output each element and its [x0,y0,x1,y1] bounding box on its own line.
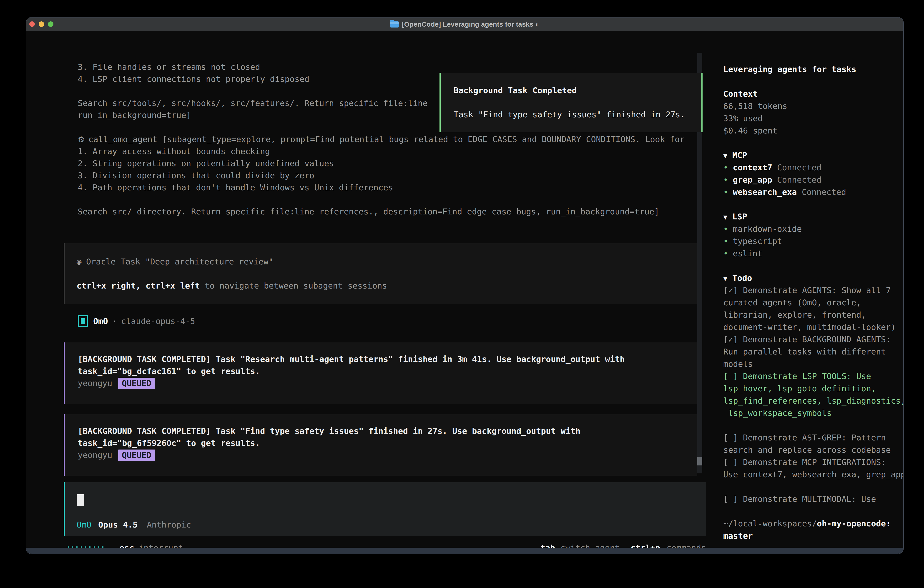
close-button[interactable] [29,21,35,27]
sidebar-line: [✓] Demonstrate AGENTS: Show all 7 [723,284,904,297]
task-meta-row: yeongyu QUEUED [78,377,697,389]
sidebar-line: 66,518 tokens [723,100,904,112]
terminal-line-text: 1. Array access without bounds checking [78,147,270,156]
terminal-line: 3. Division operations that could divide… [78,169,691,182]
sidebar-text: [ ] Demonstrate MCP INTEGRATIONS: [723,458,886,467]
section-label: LSP [733,212,747,221]
text-cursor [77,494,84,506]
sidebar-line: lsp_hover, lsp_goto_definition, [723,382,904,395]
app-window: [OpenCode] Leveraging agents for tasks ◐… [26,17,904,554]
terminal-line: 4. Path operations that don't handle Win… [78,182,691,193]
sidebar-line: master [723,530,904,542]
notification-toast[interactable]: Background Task Completed Task "Find typ… [439,73,703,132]
sidebar-line: Context [723,88,904,100]
sidebar-line [723,481,904,493]
task-message-line2: task_id="bg_dcfac161" to get results. [78,365,697,377]
sidebar-line: librarian, explore, frontend, [723,309,904,321]
main-scrollbar-thumb[interactable] [697,457,702,466]
task-author: yeongyu [78,377,112,389]
zoom-button[interactable] [48,21,53,27]
todo-active-text: lsp_find_references, lsp_diagnostics, [723,396,904,405]
sidebar-text: [ ] Demonstrate AST-GREP: Pattern [723,433,886,442]
minimize-button[interactable] [39,21,44,27]
sidebar-text: [✓] Demonstrate BACKGROUND AGENTS: [723,335,891,344]
background-task-card-1: [BACKGROUND TASK COMPLETED] Task "Resear… [64,342,697,404]
sidebar-text: [✓] Demonstrate AGENTS: Show all 7 [723,286,891,295]
sidebar-line: •websearch_exa Connected [723,186,904,198]
window-title: [OpenCode] Leveraging agents for tasks ◐ [402,18,540,31]
terminal-line-text: Search src/ directory. Return specific f… [78,207,659,216]
prompt-input[interactable]: OmO Opus 4.5 Anthropic [64,482,706,537]
model-provider: Anthropic [147,519,191,531]
status-dot-icon: • [723,248,733,260]
sidebar-text: librarian, explore, frontend, [723,310,866,319]
lsp-name: eslint [733,249,762,258]
sidebar-line [723,76,904,88]
oracle-gap [77,268,697,280]
chevron-down-icon: ▼ [723,152,727,160]
status-badge: QUEUED [118,449,155,461]
sidebar-text: $0.46 spent [723,126,777,135]
desktop: [OpenCode] Leveraging agents for tasks ◐… [0,0,924,588]
terminal-line [78,193,691,206]
agent-header: OmO · claude-opus-4-5 [78,314,195,328]
sidebar-text: 66,518 tokens [723,101,787,111]
oracle-shortcut-line: ctrl+x right, ctrl+x left to navigate be… [77,280,697,292]
sidebar-line: [ ] Demonstrate MULTIMODAL: Use [723,493,904,505]
window-title-wrap: [OpenCode] Leveraging agents for tasks ◐ [390,18,540,31]
terminal-line-text: 3. File handles or streams not closed [78,62,260,72]
terminal-line: 1. Array access without bounds checking [78,145,691,157]
sidebar-title: Context [723,89,758,99]
sidebar-line: curated agents (OmO, oracle, [723,297,904,309]
mcp-name: websearch_exa [733,187,797,197]
model-agent: OmO [77,519,91,531]
terminal-line-text: 4. Path operations that don't handle Win… [78,183,393,192]
sidebar-text: Use context7, websearch_exa, grep_app [723,470,904,479]
terminal-line-text: Search src/tools/, src/hooks/, src/featu… [78,99,428,108]
section-label: Todo [733,273,752,282]
mcp-name: grep_app [733,175,772,184]
sidebar-line: models [723,358,904,370]
task-meta-row: yeongyu QUEUED [78,449,697,461]
notification-body: Task "Find type safety issues" finished … [454,109,701,121]
terminal-line: 2. String operations on potentially unde… [78,157,691,169]
mcp-name: context7 [733,163,772,172]
workspace-name: oh-my-opencode: [817,519,891,528]
window-bottom-bar [26,548,903,554]
background-task-card-2: [BACKGROUND TASK COMPLETED] Task "Find t… [64,414,697,476]
terminal-line: Search src/ directory. Return specific f… [78,206,691,218]
status-dot-icon: • [723,235,733,248]
gear-icon: ⚙ [78,135,84,144]
sidebar-line: $0.46 spent [723,125,904,137]
task-author: yeongyu [78,449,112,461]
traffic-lights [29,21,53,27]
sidebar-line: lsp_find_references, lsp_diagnostics, [723,395,904,407]
sidebar-line: •eslint [723,248,904,260]
task-message-line1: [BACKGROUND TASK COMPLETED] Task "Resear… [78,353,697,365]
sidebar-line: [ ] Demonstrate LSP TOOLS: Use [723,370,904,382]
notification-gap [454,96,701,109]
omo-agent-icon [78,315,88,327]
lsp-name: typescript [733,236,782,246]
sidebar-line: ~/local-workspaces/oh-my-opencode: [723,517,904,530]
sidebar-line: [ ] Demonstrate AST-GREP: Pattern [723,431,904,444]
sidebar-line: lsp_workspace_symbols [723,407,904,419]
chevron-down-icon: ▼ [723,213,727,221]
mcp-status: Connected [797,187,846,197]
model-selector-row[interactable]: OmO Opus 4.5 Anthropic [77,519,191,531]
shortcut-hint: to navigate between subagent sessions [200,281,387,291]
sidebar-line [723,198,904,211]
oracle-task-panel: ◉Oracle Task "Deep architecture review" … [64,243,697,304]
todo-active-text: [ ] Demonstrate LSP TOOLS: Use [723,372,871,381]
sidebar-section-header[interactable]: ▼LSP [723,211,904,223]
record-icon: ◉ [77,257,82,266]
sidebar-section-header[interactable]: ▼Todo [723,272,904,284]
titlebar[interactable]: [OpenCode] Leveraging agents for tasks ◐ [26,18,903,31]
status-dot-icon: • [723,223,733,235]
sidebar-line [723,505,904,517]
terminal-line: 3. File handles or streams not closed [78,61,691,73]
status-badge: QUEUED [118,378,155,389]
workspace-path-prefix: ~/local-workspaces/ [723,519,817,528]
sidebar-text: Run parallel tasks with different [723,347,886,356]
sidebar-section-header[interactable]: ▼MCP [723,149,904,162]
